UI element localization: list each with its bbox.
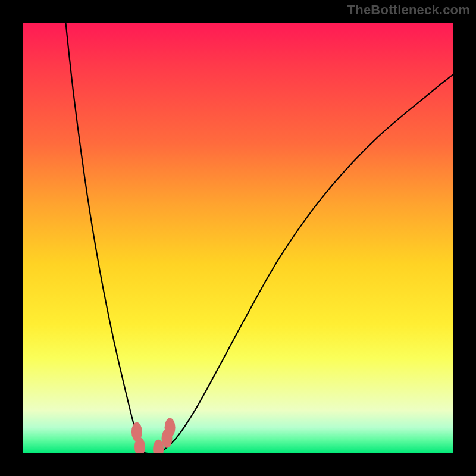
attribution-label: TheBottleneck.com <box>347 2 470 18</box>
plot-area <box>23 23 453 453</box>
trough-markers <box>131 418 176 453</box>
curve-layer <box>23 23 453 453</box>
bottleneck-curve <box>65 23 453 453</box>
chart-frame: TheBottleneck.com <box>0 0 476 476</box>
blob-5 <box>165 418 176 437</box>
